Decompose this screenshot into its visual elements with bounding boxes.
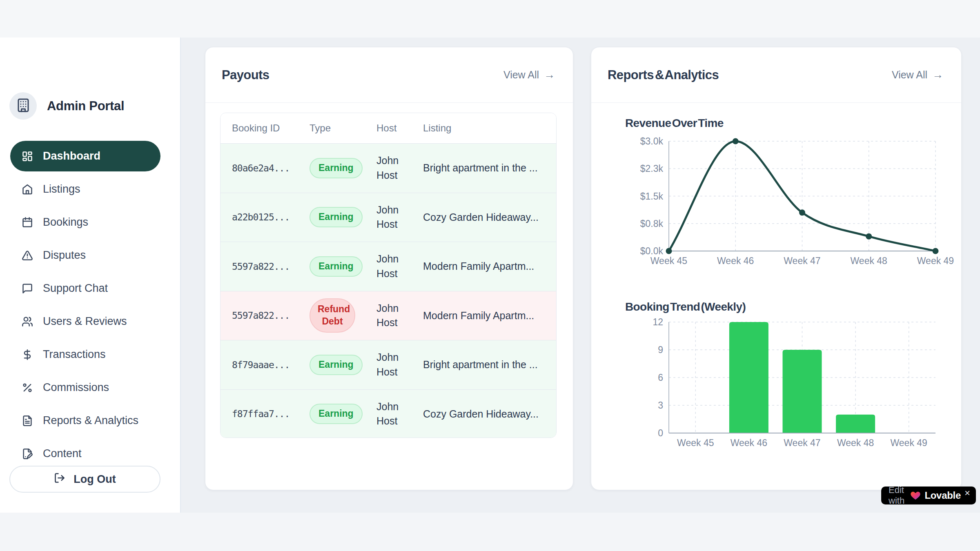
host-cell: John Host: [376, 153, 423, 182]
view-all-label: View All: [503, 69, 539, 81]
status-badge: Earning: [310, 355, 363, 375]
payouts-card: Payouts View All → Booking ID Type Host …: [205, 47, 573, 490]
reports-card-header: Reports & Analytics View All →: [591, 47, 961, 103]
listing-cell: Bright apartment in the ...: [423, 359, 556, 371]
heart-icon: [910, 490, 921, 501]
file-text-icon: [22, 415, 33, 427]
sidebar-item-label: Transactions: [43, 348, 106, 361]
host-cell: John Host: [376, 252, 423, 281]
brand-logo: [9, 92, 37, 120]
sidebar-item-listings[interactable]: Listings: [10, 174, 160, 204]
table-row[interactable]: 80a6e2a4... Earning John Host Bright apa…: [220, 143, 556, 193]
booking-id-cell: 80a6e2a4...: [220, 163, 310, 173]
type-cell: Earning: [310, 355, 376, 375]
booking-id-cell: a22b0125...: [220, 212, 310, 222]
calendar-icon: [22, 217, 33, 228]
svg-text:Week 46: Week 46: [731, 438, 767, 448]
view-all-label: View All: [892, 69, 927, 81]
lovable-edit-badge[interactable]: Edit with Lovable ×: [881, 487, 976, 504]
table-row[interactable]: a22b0125... Earning John Host Cozy Garde…: [220, 193, 556, 242]
sidebar-item-disputes[interactable]: Disputes: [10, 240, 160, 271]
sidebar-item-label: Listings: [43, 183, 80, 196]
sidebar-item-transactions[interactable]: Transactions: [10, 339, 160, 370]
file-pen-icon: [22, 448, 33, 460]
status-badge: Refund Debt: [310, 298, 355, 333]
booking-trend-bar-chart: 036912Week 45Week 46Week 47Week 48Week 4…: [591, 309, 962, 456]
arrow-right-icon: →: [932, 69, 943, 81]
table-row[interactable]: f87ffaa7... Earning John Host Cozy Garde…: [220, 389, 556, 438]
listing-cell: Cozy Garden Hideaway...: [423, 211, 556, 223]
host-cell: John Host: [376, 350, 423, 379]
host-cell: John Host: [376, 400, 423, 429]
bottom-strip: [0, 513, 980, 551]
brand-title: Admin Portal: [47, 99, 124, 113]
logout-label: Log Out: [74, 473, 116, 486]
sidebar-nav: Dashboard Listings Bookings Disputes Sup…: [10, 141, 160, 471]
sidebar-item-content[interactable]: Content: [10, 438, 160, 469]
sidebar-item-reports-analytics[interactable]: Reports & Analytics: [10, 405, 160, 436]
layout-dashboard-icon: [22, 151, 33, 162]
status-badge: Earning: [310, 207, 363, 227]
message-square-icon: [22, 283, 33, 294]
percent-icon: [22, 382, 33, 393]
revenue-chart-title: Revenue Over Time: [625, 117, 724, 130]
alert-triangle-icon: [22, 250, 33, 261]
table-row[interactable]: 5597a822... Refund Debt John Host Modern…: [220, 291, 556, 340]
column-header-listing: Listing: [423, 122, 556, 134]
payouts-view-all-link[interactable]: View All →: [503, 69, 555, 81]
svg-text:Week 46: Week 46: [717, 256, 754, 266]
listing-cell: Modern Family Apartm...: [423, 310, 556, 322]
revenue-line-chart: $0.0k$0.8k$1.5k$2.3k$3.0kWeek 45Week 46W…: [591, 130, 962, 277]
svg-text:Week 48: Week 48: [851, 256, 887, 266]
sidebar-item-label: Content: [43, 447, 82, 460]
svg-text:Week 49: Week 49: [891, 438, 927, 448]
sidebar-item-dashboard[interactable]: Dashboard: [10, 141, 160, 171]
type-cell: Earning: [310, 256, 376, 277]
close-icon[interactable]: ×: [964, 487, 970, 499]
booking-id-cell: f87ffaa7...: [220, 409, 310, 419]
sidebar: Admin Portal Dashboard Listings Bookings…: [0, 38, 181, 513]
reports-view-all-link[interactable]: View All →: [892, 69, 943, 81]
admin-portal-app: Admin Portal Dashboard Listings Bookings…: [0, 0, 980, 551]
svg-text:Week 49: Week 49: [917, 256, 954, 266]
table-row[interactable]: 5597a822... Earning John Host Modern Fam…: [220, 242, 556, 291]
sidebar-item-commissions[interactable]: Commissions: [10, 372, 160, 403]
sidebar-item-label: Bookings: [43, 216, 88, 229]
svg-text:3: 3: [658, 400, 663, 411]
host-cell: John Host: [376, 203, 423, 232]
status-badge: Earning: [310, 404, 363, 424]
brand: Admin Portal: [9, 92, 124, 120]
column-header-type: Type: [310, 122, 376, 134]
svg-text:$3.0k: $3.0k: [640, 136, 664, 147]
listing-cell: Cozy Garden Hideaway...: [423, 408, 556, 420]
type-cell: Earning: [310, 207, 376, 227]
booking-id-cell: 5597a822...: [220, 310, 310, 321]
logout-button[interactable]: Log Out: [9, 466, 160, 493]
payouts-table-header: Booking ID Type Host Listing: [220, 113, 556, 143]
users-icon: [22, 316, 33, 327]
log-out-icon: [54, 472, 65, 487]
host-cell: John Host: [376, 301, 423, 330]
sidebar-item-label: Support Chat: [43, 282, 108, 295]
svg-text:6: 6: [658, 372, 663, 383]
svg-text:Week 48: Week 48: [837, 438, 874, 448]
type-cell: Earning: [310, 158, 376, 178]
arrow-right-icon: →: [544, 69, 555, 81]
building-icon: [16, 98, 31, 114]
sidebar-item-label: Reports & Analytics: [43, 414, 138, 427]
sidebar-item-bookings[interactable]: Bookings: [10, 207, 160, 238]
status-badge: Earning: [310, 256, 363, 277]
dollar-sign-icon: [22, 349, 33, 360]
sidebar-item-users-reviews[interactable]: Users & Reviews: [10, 306, 160, 337]
svg-text:Week 47: Week 47: [784, 256, 820, 266]
sidebar-item-label: Commissions: [43, 381, 109, 394]
svg-text:Week 45: Week 45: [677, 438, 714, 448]
svg-text:$0.0k: $0.0k: [640, 246, 664, 256]
payouts-card-header: Payouts View All →: [205, 47, 573, 103]
reports-title: Reports & Analytics: [608, 68, 719, 82]
type-cell: Refund Debt: [310, 298, 376, 333]
sidebar-item-support-chat[interactable]: Support Chat: [10, 273, 160, 304]
table-row[interactable]: 8f79aaae... Earning John Host Bright apa…: [220, 340, 556, 389]
listing-cell: Modern Family Apartm...: [423, 260, 556, 272]
reports-analytics-card: Reports & Analytics View All → Revenue O…: [591, 47, 962, 490]
